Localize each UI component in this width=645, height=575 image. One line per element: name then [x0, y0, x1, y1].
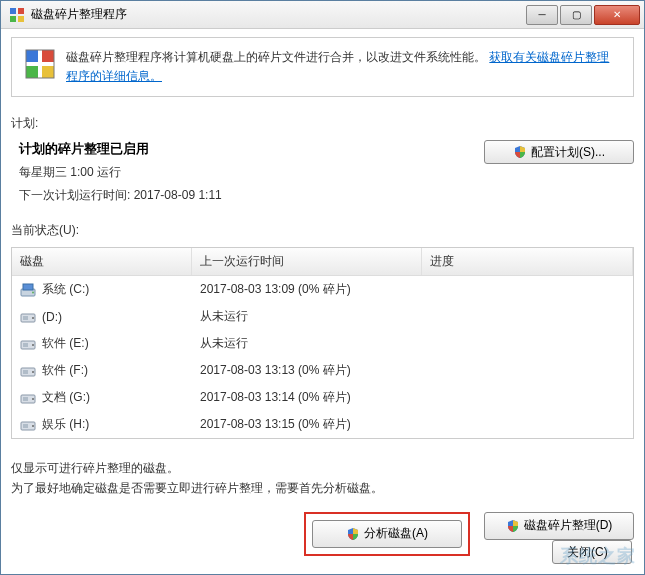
svg-rect-10 — [23, 284, 33, 290]
svg-point-13 — [32, 317, 34, 319]
column-progress[interactable]: 进度 — [422, 248, 633, 275]
close-label: 关闭(C) — [567, 544, 608, 561]
info-banner: 磁盘碎片整理程序将计算机硬盘上的碎片文件进行合并，以改进文件系统性能。 获取有关… — [11, 37, 634, 97]
hint-line1: 仅显示可进行碎片整理的磁盘。 — [11, 459, 634, 478]
defrag-app-icon — [9, 7, 25, 23]
svg-rect-23 — [23, 397, 28, 401]
last-run: 从未运行 — [200, 335, 248, 352]
svg-rect-3 — [18, 16, 24, 22]
next-run-time: 2017-08-09 1:11 — [134, 188, 222, 202]
column-last-run[interactable]: 上一次运行时间 — [192, 248, 422, 275]
disk-name: 软件 (F:) — [42, 362, 88, 379]
schedule-frequency: 每星期三 1:00 运行 — [19, 164, 222, 181]
svg-point-19 — [32, 371, 34, 373]
svg-rect-20 — [23, 370, 28, 374]
svg-rect-0 — [10, 8, 16, 14]
close-button[interactable]: 关闭(C) — [552, 540, 632, 564]
titlebar[interactable]: 磁盘碎片整理程序 ─ ▢ ✕ — [1, 1, 644, 29]
analyze-label: 分析磁盘(A) — [364, 525, 428, 542]
schedule-label: 计划: — [11, 115, 634, 132]
schedule-info: 计划的碎片整理已启用 每星期三 1:00 运行 下一次计划运行时间: 2017-… — [19, 140, 222, 204]
system-drive-icon — [20, 283, 36, 297]
shield-icon — [513, 145, 527, 159]
last-run: 2017-08-03 13:09 (0% 碎片) — [200, 281, 351, 298]
shield-icon — [346, 527, 360, 541]
drive-icon — [20, 364, 36, 378]
drive-icon — [20, 310, 36, 324]
table-header: 磁盘 上一次运行时间 进度 — [12, 248, 633, 276]
analyze-disk-button[interactable]: 分析磁盘(A) — [312, 520, 462, 548]
content-area: 磁盘碎片整理程序将计算机硬盘上的碎片文件进行合并，以改进文件系统性能。 获取有关… — [1, 29, 644, 564]
info-text: 磁盘碎片整理程序将计算机硬盘上的碎片文件进行合并，以改进文件系统性能。 获取有关… — [66, 48, 621, 86]
disk-table: 磁盘 上一次运行时间 进度 系统 (C:)2017-08-03 13:09 (0… — [11, 247, 634, 439]
last-run: 2017-08-03 13:14 (0% 碎片) — [200, 389, 351, 406]
svg-rect-6 — [26, 66, 38, 78]
info-description: 磁盘碎片整理程序将计算机硬盘上的碎片文件进行合并，以改进文件系统性能。 — [66, 50, 486, 64]
svg-point-25 — [32, 425, 34, 427]
svg-rect-7 — [42, 66, 54, 78]
svg-point-22 — [32, 398, 34, 400]
svg-point-16 — [32, 344, 34, 346]
hint-text: 仅显示可进行碎片整理的磁盘。 为了最好地确定磁盘是否需要立即进行碎片整理，需要首… — [11, 459, 634, 497]
disk-name: 文档 (G:) — [42, 389, 90, 406]
configure-schedule-label: 配置计划(S)... — [531, 144, 605, 161]
svg-rect-14 — [23, 316, 28, 320]
hint-line2: 为了最好地确定磁盘是否需要立即进行碎片整理，需要首先分析磁盘。 — [11, 479, 634, 498]
defrag-large-icon — [24, 48, 56, 80]
svg-rect-1 — [18, 8, 24, 14]
schedule-enabled-title: 计划的碎片整理已启用 — [19, 140, 222, 158]
maximize-button[interactable]: ▢ — [560, 5, 592, 25]
shield-icon — [506, 519, 520, 533]
schedule-row: 计划的碎片整理已启用 每星期三 1:00 运行 下一次计划运行时间: 2017-… — [19, 140, 634, 204]
window-buttons: ─ ▢ ✕ — [526, 5, 640, 25]
defrag-label: 磁盘碎片整理(D) — [524, 517, 613, 534]
last-run: 从未运行 — [200, 308, 248, 325]
configure-schedule-button[interactable]: 配置计划(S)... — [484, 140, 634, 164]
last-run: 2017-08-03 13:13 (0% 碎片) — [200, 362, 351, 379]
minimize-button[interactable]: ─ — [526, 5, 558, 25]
table-row[interactable]: 系统 (C:)2017-08-03 13:09 (0% 碎片) — [12, 276, 633, 303]
table-body: 系统 (C:)2017-08-03 13:09 (0% 碎片)(D:)从未运行软… — [12, 276, 633, 438]
table-row[interactable]: 软件 (F:)2017-08-03 13:13 (0% 碎片) — [12, 357, 633, 384]
drive-icon — [20, 337, 36, 351]
table-row[interactable]: 软件 (E:)从未运行 — [12, 330, 633, 357]
svg-rect-2 — [10, 16, 16, 22]
disk-name: 软件 (E:) — [42, 335, 89, 352]
disk-name: (D:) — [42, 310, 62, 324]
disk-name: 娱乐 (H:) — [42, 416, 89, 433]
last-run: 2017-08-03 13:15 (0% 碎片) — [200, 416, 351, 433]
schedule-next-run: 下一次计划运行时间: 2017-08-09 1:11 — [19, 187, 222, 204]
svg-point-11 — [32, 291, 34, 293]
svg-rect-4 — [26, 50, 38, 62]
status-label: 当前状态(U): — [11, 222, 634, 239]
disk-name: 系统 (C:) — [42, 281, 89, 298]
table-row[interactable]: 娱乐 (H:)2017-08-03 13:15 (0% 碎片) — [12, 411, 633, 438]
table-row[interactable]: 文档 (G:)2017-08-03 13:14 (0% 碎片) — [12, 384, 633, 411]
analyze-highlight: 分析磁盘(A) — [304, 512, 470, 556]
svg-rect-5 — [42, 50, 54, 62]
svg-rect-26 — [23, 424, 28, 428]
window-title: 磁盘碎片整理程序 — [31, 6, 526, 23]
svg-rect-17 — [23, 343, 28, 347]
close-window-button[interactable]: ✕ — [594, 5, 640, 25]
window-root: 磁盘碎片整理程序 ─ ▢ ✕ 磁盘碎片整理程序将计算机硬盘上的碎片文件进行合并，… — [0, 0, 645, 575]
footer: 关闭(C) — [552, 540, 632, 564]
table-row[interactable]: (D:)从未运行 — [12, 303, 633, 330]
action-buttons: 分析磁盘(A) 磁盘碎片整理(D) — [11, 512, 634, 556]
column-disk[interactable]: 磁盘 — [12, 248, 192, 275]
drive-icon — [20, 418, 36, 432]
drive-icon — [20, 391, 36, 405]
next-run-label: 下一次计划运行时间: — [19, 188, 134, 202]
defrag-disk-button[interactable]: 磁盘碎片整理(D) — [484, 512, 634, 540]
